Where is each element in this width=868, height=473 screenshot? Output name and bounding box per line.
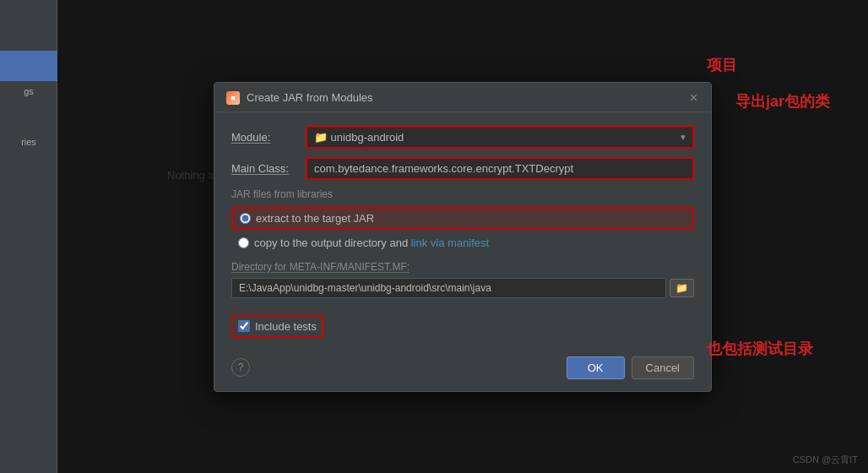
dialog-title: Create JAR from Modules — [247, 91, 373, 104]
annotation-export: 导出jar包的类 — [735, 91, 830, 111]
link-via-manifest[interactable]: link via manifest — [411, 236, 489, 249]
radio-extract-label: extract to the target JAR — [256, 212, 374, 225]
cancel-button[interactable]: Cancel — [632, 356, 694, 379]
intellij-icon: ■ — [226, 91, 240, 105]
module-row: Module: 📁 unidbg-android ▼ — [231, 126, 694, 149]
radio-copy-input[interactable] — [238, 237, 249, 248]
sidebar-label-ries: ries — [0, 135, 57, 149]
radio-extract-option[interactable]: extract to the target JAR — [231, 207, 694, 230]
mainclass-label: Main Class: — [231, 162, 306, 175]
footer-buttons: OK Cancel — [567, 356, 694, 379]
dialog-overlay: ■ Create JAR from Modules × Module: 📁 un… — [57, 0, 868, 473]
dialog-body: Module: 📁 unidbg-android ▼ Main Class: J… — [214, 112, 711, 350]
dialog-footer: ? OK Cancel — [214, 350, 711, 391]
jar-files-section-label: JAR files from libraries — [231, 188, 694, 200]
mainclass-input[interactable] — [306, 157, 694, 180]
mainclass-row: Main Class: — [231, 157, 694, 180]
help-button[interactable]: ? — [231, 358, 250, 377]
dialog-close-button[interactable]: × — [688, 91, 699, 105]
annotation-project: 项目 — [707, 55, 737, 75]
dialog-titlebar: ■ Create JAR from Modules × — [214, 83, 711, 112]
directory-input-row: 📁 — [231, 278, 694, 298]
directory-label: Directory for META-INF/MANIFEST.MF: — [231, 261, 694, 273]
directory-section: Directory for META-INF/MANIFEST.MF: 📁 — [231, 261, 694, 298]
dialog-title-left: ■ Create JAR from Modules — [226, 91, 373, 105]
annotation-test-dir: 也包括测试目录 — [707, 339, 813, 359]
radio-copy-option[interactable]: copy to the output directory and link vi… — [231, 233, 694, 253]
sidebar: gs ries — [0, 0, 57, 473]
ok-button[interactable]: OK — [567, 356, 625, 379]
sidebar-active-item[interactable] — [0, 51, 57, 81]
create-jar-dialog: ■ Create JAR from Modules × Module: 📁 un… — [214, 82, 712, 392]
module-label: Module: — [231, 131, 306, 144]
browse-button[interactable]: 📁 — [670, 279, 694, 297]
watermark: CSDN @云霄IT — [793, 454, 858, 466]
sidebar-label-gs: gs — [0, 84, 57, 98]
include-tests-checkbox[interactable] — [238, 320, 250, 332]
module-select[interactable]: 📁 unidbg-android — [306, 126, 694, 149]
module-select-wrapper: 📁 unidbg-android ▼ — [306, 126, 694, 149]
include-tests-label: Include tests — [255, 320, 317, 333]
directory-input[interactable] — [231, 278, 666, 298]
radio-extract-input[interactable] — [240, 213, 251, 224]
radio-copy-label: copy to the output directory and link vi… — [254, 236, 489, 249]
include-tests-row: Include tests — [231, 315, 323, 338]
